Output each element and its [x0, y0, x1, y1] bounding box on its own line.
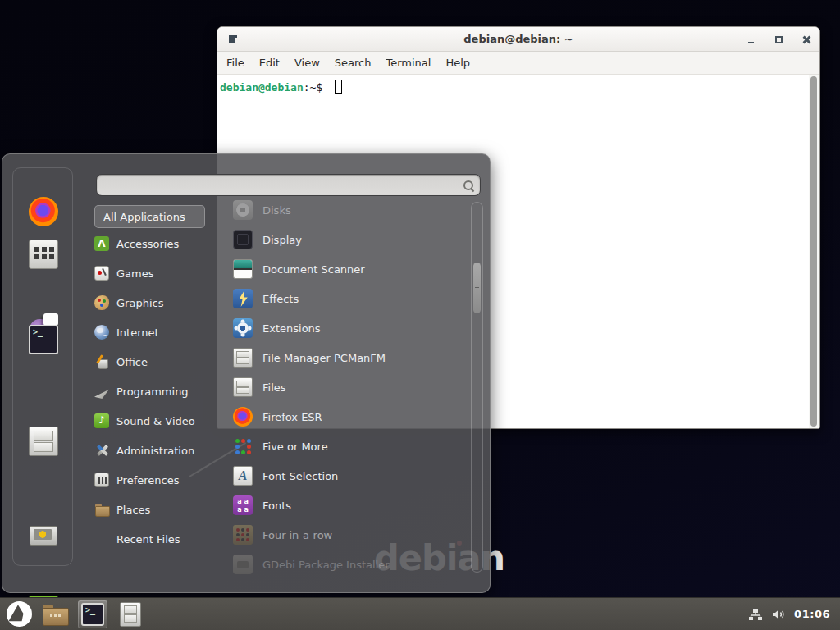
- app-extensions[interactable]: Extensions: [233, 313, 471, 343]
- terminal-cursor: [335, 80, 342, 94]
- menu-edit[interactable]: Edit: [252, 57, 287, 69]
- programming-icon: [94, 384, 109, 399]
- sound-video-icon: [94, 413, 109, 428]
- extensions-icon: [233, 318, 253, 338]
- terminal-scrollbar-thumb[interactable]: [810, 76, 817, 427]
- category-office[interactable]: Office: [94, 347, 234, 377]
- terminal-menubar: File Edit View Search Terminal Help: [217, 52, 819, 75]
- app-font-selection[interactable]: Font Selection: [233, 461, 471, 491]
- disks-icon: [233, 200, 253, 220]
- effects-icon: [233, 289, 253, 308]
- search-input[interactable]: [96, 174, 481, 196]
- category-sound-video[interactable]: Sound & Video: [94, 406, 234, 436]
- four-in-a-row-icon: [233, 525, 253, 545]
- menu-scrollbar[interactable]: [471, 202, 483, 573]
- close-button[interactable]: [802, 35, 811, 44]
- terminal-icon: [81, 603, 104, 626]
- display-icon: [233, 230, 253, 249]
- maximize-button[interactable]: [774, 35, 783, 44]
- menu-terminal[interactable]: Terminal: [378, 57, 438, 69]
- volume-icon[interactable]: [771, 607, 786, 622]
- search-icon: [463, 180, 474, 191]
- terminal-titlebar[interactable]: debian@debian: ~: [217, 27, 819, 52]
- internet-icon: [94, 325, 109, 340]
- five-or-more-icon: [233, 436, 253, 456]
- accessories-icon: [94, 236, 109, 251]
- network-icon[interactable]: [748, 607, 763, 622]
- lock-screen-icon[interactable]: [29, 523, 58, 553]
- category-graphics[interactable]: Graphics: [94, 288, 234, 317]
- text-caret: [103, 179, 103, 192]
- app-five-or-more[interactable]: Five or More: [233, 431, 471, 461]
- app-files[interactable]: Files: [233, 372, 471, 402]
- taskbar-terminal-launcher[interactable]: [78, 600, 107, 628]
- app-four-in-a-row[interactable]: Four-in-a-row: [233, 520, 471, 550]
- firefox-icon: [233, 407, 253, 427]
- font-selection-icon: [233, 466, 253, 486]
- shell-prompt: debian@debian:~$: [217, 75, 819, 94]
- desktop: debian debian@debian: ~ File Edit View S…: [0, 0, 840, 630]
- app-display[interactable]: Display: [233, 225, 471, 254]
- minimize-button[interactable]: [746, 35, 756, 44]
- file-manager-icon: [233, 348, 253, 368]
- keyboard-tool-launcher-icon[interactable]: [29, 240, 58, 269]
- folder-icon: [43, 605, 67, 624]
- taskbar-file-manager-launcher[interactable]: [40, 600, 70, 628]
- preferences-icon: [94, 472, 109, 487]
- menu-button[interactable]: [7, 601, 32, 627]
- category-programming[interactable]: Programming: [94, 377, 234, 406]
- file-cabinet-icon: [120, 602, 141, 627]
- favorites-panel: [12, 167, 73, 566]
- prompt-path: :~$: [304, 81, 322, 94]
- app-document-scanner[interactable]: Document Scanner: [233, 254, 471, 284]
- places-icon: [94, 502, 109, 517]
- all-applications-button[interactable]: All Applications: [94, 205, 205, 228]
- gdebi-icon: [233, 555, 253, 574]
- clock[interactable]: 01:06: [794, 608, 830, 620]
- prompt-user-host: debian@debian: [220, 81, 304, 94]
- files-icon: [233, 377, 253, 397]
- category-list: Accessories Games Graphics Internet Offi…: [94, 229, 234, 554]
- app-disks[interactable]: Disks: [233, 195, 471, 225]
- taskbar-files-launcher[interactable]: [116, 600, 145, 628]
- document-scanner-icon: [233, 259, 253, 279]
- application-menu: All Applications Accessories Games Graph…: [2, 153, 491, 593]
- menu-file[interactable]: File: [219, 57, 252, 69]
- category-preferences[interactable]: Preferences: [94, 465, 234, 495]
- app-effects[interactable]: Effects: [233, 284, 471, 313]
- window-title: debian@debian: ~: [217, 27, 819, 52]
- menu-search[interactable]: Search: [327, 57, 379, 69]
- graphics-icon: [94, 295, 109, 310]
- terminal-launcher-icon[interactable]: [29, 325, 58, 354]
- taskbar: 01:06: [0, 597, 840, 630]
- app-firefox-esr[interactable]: Firefox ESR: [233, 402, 471, 431]
- administration-icon: [94, 443, 109, 458]
- file-manager-launcher-icon[interactable]: [29, 427, 58, 456]
- games-icon: [94, 266, 109, 281]
- category-games[interactable]: Games: [94, 258, 234, 288]
- app-file-manager-pcmanfm[interactable]: File Manager PCManFM: [233, 343, 471, 372]
- menu-scrollbar-thumb[interactable]: [473, 262, 481, 313]
- category-recent-files[interactable]: Recent Files: [94, 524, 234, 554]
- category-places[interactable]: Places: [94, 495, 234, 524]
- terminal-scrollbar[interactable]: [809, 75, 819, 428]
- app-fonts[interactable]: Fonts: [233, 491, 471, 520]
- category-accessories[interactable]: Accessories: [94, 229, 234, 258]
- menu-help[interactable]: Help: [438, 57, 477, 69]
- firefox-launcher-icon[interactable]: [29, 197, 58, 226]
- office-icon: [94, 354, 109, 369]
- category-internet[interactable]: Internet: [94, 317, 234, 347]
- app-gdebi-package-installer[interactable]: GDebi Package Installer: [233, 550, 471, 579]
- fonts-icon: [233, 495, 253, 515]
- menu-view[interactable]: View: [287, 57, 327, 69]
- category-administration[interactable]: Administration: [94, 436, 234, 465]
- application-list: Disks Display Document Scanner Effects E…: [233, 195, 471, 579]
